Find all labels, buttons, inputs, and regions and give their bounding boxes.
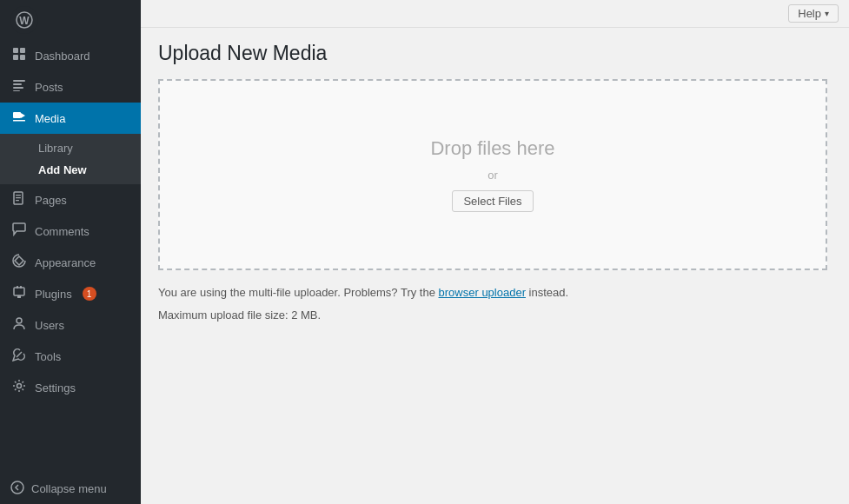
sidebar-item-label: Pages xyxy=(35,194,67,207)
svg-text:W: W xyxy=(19,15,30,27)
help-chevron-icon: ▾ xyxy=(825,9,829,18)
sidebar-sub-add-new[interactable]: Add New xyxy=(0,159,141,181)
help-button[interactable]: Help ▾ xyxy=(788,4,839,23)
svg-point-21 xyxy=(17,318,22,323)
plugins-badge: 1 xyxy=(83,287,96,301)
svg-marker-11 xyxy=(21,113,25,118)
main-content: Help ▾ Upload New Media Drop files here … xyxy=(141,0,849,504)
sidebar-item-media[interactable]: Media xyxy=(0,103,141,134)
collapse-menu-label: Collapse menu xyxy=(31,482,107,495)
plugins-icon xyxy=(10,285,28,302)
max-upload-size: Maximum upload file size: 2 MB. xyxy=(158,308,832,322)
svg-rect-16 xyxy=(16,200,19,201)
svg-rect-3 xyxy=(20,48,25,53)
select-files-button[interactable]: Select Files xyxy=(452,190,533,212)
sidebar-item-pages[interactable]: Pages xyxy=(0,184,141,216)
comments-icon xyxy=(10,222,28,240)
collapse-icon xyxy=(10,481,24,497)
svg-rect-20 xyxy=(17,295,21,298)
sidebar-item-label: Media xyxy=(35,112,65,125)
svg-point-23 xyxy=(17,384,22,388)
wp-logo: W xyxy=(0,0,141,40)
sidebar-item-comments[interactable]: Comments xyxy=(0,216,141,247)
browser-uploader-link[interactable]: browser uploader xyxy=(439,286,526,299)
svg-rect-2 xyxy=(13,48,18,53)
svg-rect-7 xyxy=(13,83,22,85)
svg-rect-9 xyxy=(13,90,20,91)
or-text: or xyxy=(488,169,498,182)
pages-icon xyxy=(10,191,28,209)
appearance-icon xyxy=(10,254,28,271)
sidebar-item-label: Settings xyxy=(35,381,76,395)
info-text-before: You are using the multi-file uploader. P… xyxy=(158,286,439,299)
sidebar-item-label: Users xyxy=(35,319,64,332)
posts-icon xyxy=(10,78,28,96)
svg-rect-4 xyxy=(13,55,18,60)
sidebar: W Dashboard Posts xyxy=(0,0,141,504)
svg-line-22 xyxy=(17,352,22,357)
sidebar-item-label: Appearance xyxy=(35,256,96,269)
sidebar-item-settings[interactable]: Settings xyxy=(0,372,141,403)
topbar: Help ▾ xyxy=(141,0,849,28)
sidebar-item-label: Posts xyxy=(35,81,63,94)
settings-icon xyxy=(10,379,28,396)
svg-rect-19 xyxy=(14,288,24,295)
sidebar-item-posts[interactable]: Posts xyxy=(0,71,141,103)
sidebar-item-dashboard[interactable]: Dashboard xyxy=(0,40,141,71)
collapse-menu-button[interactable]: Collapse menu xyxy=(0,474,141,504)
sidebar-item-appearance[interactable]: Appearance xyxy=(0,247,141,278)
uploader-info: You are using the multi-file uploader. P… xyxy=(158,284,832,302)
sidebar-item-label: Tools xyxy=(35,350,61,363)
svg-rect-6 xyxy=(13,80,25,82)
sidebar-item-plugins[interactable]: Plugins 1 xyxy=(0,278,141,309)
svg-point-24 xyxy=(11,481,23,494)
sidebar-item-label: Plugins xyxy=(35,288,72,301)
svg-rect-10 xyxy=(13,112,21,118)
sidebar-item-tools[interactable]: Tools xyxy=(0,341,141,372)
content-area: Upload New Media Drop files here or Sele… xyxy=(141,28,849,504)
dashboard-icon xyxy=(10,47,28,64)
media-icon xyxy=(10,109,28,127)
svg-rect-12 xyxy=(13,120,25,122)
tools-icon xyxy=(10,348,28,365)
svg-rect-15 xyxy=(16,197,21,198)
upload-dropzone[interactable]: Drop files here or Select Files xyxy=(158,79,827,270)
users-icon xyxy=(10,316,28,334)
svg-rect-5 xyxy=(20,55,25,60)
help-label: Help xyxy=(798,7,821,20)
sidebar-item-label: Comments xyxy=(35,225,90,238)
sidebar-sub-library[interactable]: Library xyxy=(0,137,141,159)
page-title: Upload New Media xyxy=(158,42,832,65)
wordpress-icon: W xyxy=(10,6,38,34)
info-text-after: instead. xyxy=(526,286,568,299)
sidebar-item-label: Dashboard xyxy=(35,50,90,63)
drop-text: Drop files here xyxy=(430,137,554,160)
sidebar-item-users[interactable]: Users xyxy=(0,309,141,341)
svg-rect-14 xyxy=(16,195,21,196)
svg-rect-8 xyxy=(13,87,23,89)
media-submenu: Library Add New xyxy=(0,134,141,184)
